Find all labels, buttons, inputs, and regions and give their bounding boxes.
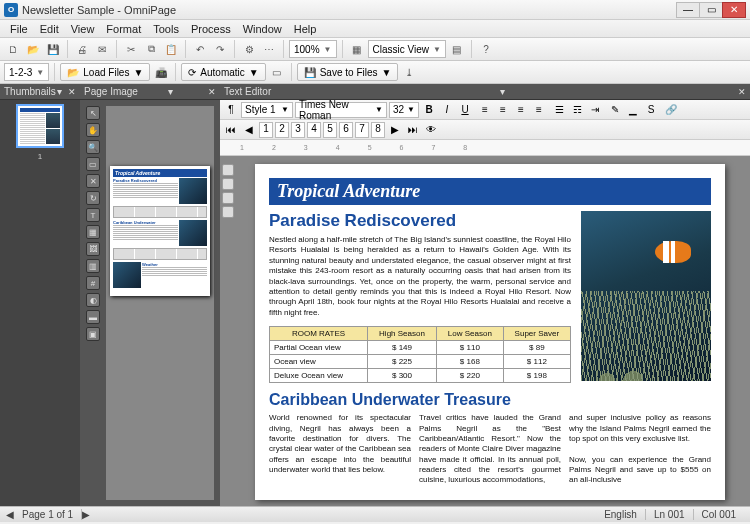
- clownfish-image[interactable]: [581, 211, 711, 381]
- strikeout-icon[interactable]: S: [643, 102, 659, 118]
- bg-icon[interactable]: ◐: [86, 293, 100, 307]
- delete-icon[interactable]: ✕: [86, 174, 100, 188]
- panel-icon[interactable]: ▤: [448, 40, 466, 58]
- menu-tools[interactable]: Tools: [147, 23, 185, 35]
- table-zone-icon[interactable]: ▦: [86, 225, 100, 239]
- fill-icon[interactable]: ▬: [86, 310, 100, 324]
- style-combo[interactable]: Style 1▼: [241, 102, 293, 118]
- pin-icon[interactable]: ▾: [168, 86, 173, 97]
- next-icon[interactable]: ▶: [387, 122, 403, 138]
- options-icon[interactable]: ⚙: [240, 40, 258, 58]
- close-icon[interactable]: ✕: [208, 87, 216, 97]
- para-icon[interactable]: ¶: [223, 102, 239, 118]
- mail-icon[interactable]: ✉: [93, 40, 111, 58]
- nav-7[interactable]: 7: [355, 122, 369, 138]
- heading-paradise[interactable]: Paradise Rediscovered: [269, 211, 571, 231]
- rotate-icon[interactable]: ↻: [86, 191, 100, 205]
- underline-icon[interactable]: U: [457, 102, 473, 118]
- load-files-button[interactable]: 📂 Load Files ▼: [60, 63, 150, 81]
- menu-file[interactable]: File: [4, 23, 34, 35]
- new-icon[interactable]: 🗋: [4, 40, 22, 58]
- prev-icon[interactable]: ◀: [241, 122, 257, 138]
- save-icon[interactable]: 💾: [44, 40, 62, 58]
- text-zone-icon[interactable]: T: [86, 208, 100, 222]
- italic-icon[interactable]: I: [439, 102, 455, 118]
- hand-icon[interactable]: ✋: [86, 123, 100, 137]
- marker-icon[interactable]: ✎: [607, 102, 623, 118]
- redo-icon[interactable]: ↷: [211, 40, 229, 58]
- menu-window[interactable]: Window: [237, 23, 288, 35]
- paste-icon[interactable]: 📋: [162, 40, 180, 58]
- align-right-icon[interactable]: ≡: [513, 102, 529, 118]
- close-icon[interactable]: ✕: [738, 87, 746, 97]
- workflow-icon[interactable]: ⋯: [260, 40, 278, 58]
- select-icon[interactable]: ▭: [86, 157, 100, 171]
- step-combo[interactable]: 1-2-3 ▼: [4, 63, 49, 81]
- document-area[interactable]: Tropical Adventure Paradise Rediscovered…: [220, 156, 750, 506]
- order-icon[interactable]: #: [86, 276, 100, 290]
- print-icon[interactable]: 🖨: [73, 40, 91, 58]
- view3-icon[interactable]: [222, 192, 234, 204]
- menu-edit[interactable]: Edit: [34, 23, 65, 35]
- view2-icon[interactable]: [222, 178, 234, 190]
- view1-icon[interactable]: [222, 164, 234, 176]
- zone-icon[interactable]: ▭: [268, 63, 286, 81]
- page-thumbnail-1[interactable]: [16, 104, 64, 148]
- menu-help[interactable]: Help: [288, 23, 323, 35]
- column-1[interactable]: World renowned for its spectacular divin…: [269, 413, 411, 486]
- nav-4[interactable]: 4: [307, 122, 321, 138]
- save-to-files-button[interactable]: 💾 Save to Files ▼: [297, 63, 399, 81]
- last-icon[interactable]: ⏭: [405, 122, 421, 138]
- zoom-combo[interactable]: 100%▼: [289, 40, 337, 58]
- highlight-icon[interactable]: ▁: [625, 102, 641, 118]
- link-icon[interactable]: 🔗: [663, 102, 679, 118]
- open-icon[interactable]: 📂: [24, 40, 42, 58]
- help-icon[interactable]: ?: [477, 40, 495, 58]
- align-justify-icon[interactable]: ≡: [531, 102, 547, 118]
- show-icon[interactable]: 👁: [423, 122, 439, 138]
- font-combo[interactable]: Times New Roman▼: [295, 102, 387, 118]
- body-paragraph-1[interactable]: Nestled along a half-mile stretch of The…: [269, 235, 571, 318]
- nav-8[interactable]: 8: [371, 122, 385, 138]
- horizontal-ruler[interactable]: 12345678: [220, 140, 750, 156]
- pin-icon[interactable]: ▾: [500, 86, 505, 97]
- close-button[interactable]: ✕: [722, 2, 746, 18]
- nav-5[interactable]: 5: [323, 122, 337, 138]
- view-combo[interactable]: Classic View▼: [368, 40, 446, 58]
- bullets-icon[interactable]: ☰: [551, 102, 567, 118]
- headline[interactable]: Tropical Adventure: [269, 178, 711, 205]
- maximize-button[interactable]: ▭: [699, 2, 723, 18]
- align-left-icon[interactable]: ≡: [477, 102, 493, 118]
- graphic-zone-icon[interactable]: 🖼: [86, 242, 100, 256]
- view4-icon[interactable]: [222, 206, 234, 218]
- menu-format[interactable]: Format: [100, 23, 147, 35]
- copy-icon[interactable]: ⧉: [142, 40, 160, 58]
- status-next-icon[interactable]: ▶: [82, 509, 90, 520]
- minimize-button[interactable]: —: [676, 2, 700, 18]
- first-icon[interactable]: ⏮: [223, 122, 239, 138]
- numbering-icon[interactable]: ☶: [569, 102, 585, 118]
- column-2[interactable]: Travel critics have lauded the Grand Pal…: [419, 413, 561, 486]
- scan-icon[interactable]: 📠: [152, 63, 170, 81]
- document-page[interactable]: Tropical Adventure Paradise Rediscovered…: [255, 164, 725, 500]
- close-icon[interactable]: ✕: [68, 87, 76, 97]
- heading-caribbean[interactable]: Caribbean Underwater Treasure: [269, 391, 711, 409]
- nav-3[interactable]: 3: [291, 122, 305, 138]
- nav-2[interactable]: 2: [275, 122, 289, 138]
- form-zone-icon[interactable]: ▥: [86, 259, 100, 273]
- nav-1[interactable]: 1: [259, 122, 273, 138]
- align-center-icon[interactable]: ≡: [495, 102, 511, 118]
- page-preview[interactable]: Tropical Adventure Paradise Rediscovered…: [106, 106, 214, 500]
- zoom-icon[interactable]: 🔍: [86, 140, 100, 154]
- pin-icon[interactable]: ▾: [57, 86, 62, 97]
- undo-icon[interactable]: ↶: [191, 40, 209, 58]
- cut-icon[interactable]: ✂: [122, 40, 140, 58]
- column-3[interactable]: and super inclusive policy as reasons wh…: [569, 413, 711, 486]
- rates-table[interactable]: ROOM RATES High Season Low Season Super …: [269, 326, 571, 383]
- bold-icon[interactable]: B: [421, 102, 437, 118]
- layout-icon[interactable]: ▦: [348, 40, 366, 58]
- indent-icon[interactable]: ⇥: [587, 102, 603, 118]
- automatic-button[interactable]: ⟳ Automatic ▼: [181, 63, 265, 81]
- image-icon[interactable]: ▣: [86, 327, 100, 341]
- nav-6[interactable]: 6: [339, 122, 353, 138]
